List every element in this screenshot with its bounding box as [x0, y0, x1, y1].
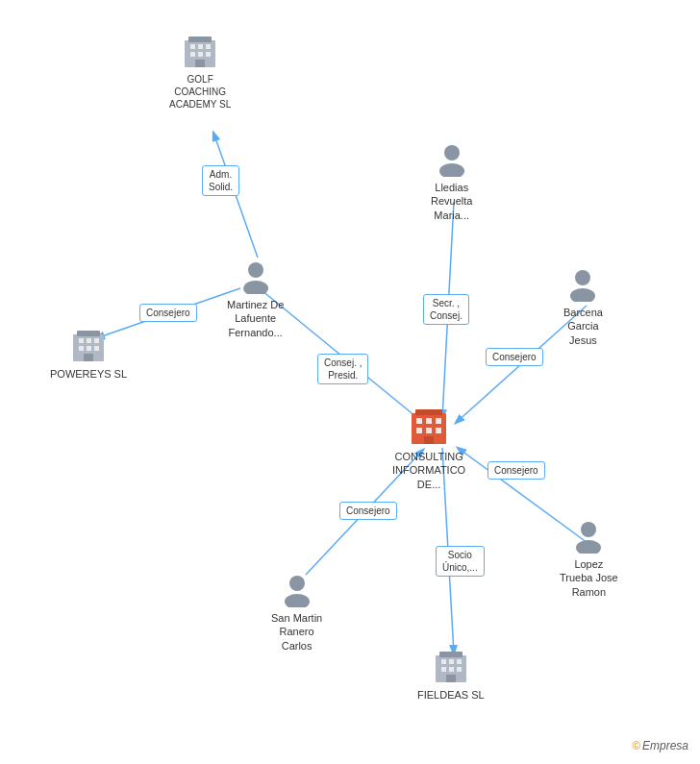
sanmartin-label: San MartinRaneroCarlos: [271, 611, 322, 653]
svg-rect-18: [415, 409, 442, 415]
svg-rect-33: [94, 346, 99, 351]
svg-rect-11: [198, 44, 203, 49]
badge-socio-unico: SocioÚnico,...: [436, 546, 485, 577]
svg-point-49: [570, 288, 595, 302]
svg-point-50: [289, 576, 305, 591]
node-powereys: POWEREYS SL: [50, 325, 127, 381]
node-consulting: CONSULTINGINFORMATICODE...: [392, 404, 465, 491]
svg-rect-14: [198, 52, 203, 57]
lledias-person-icon: [435, 142, 469, 177]
badge-consejero-barcena: Consejero: [486, 348, 543, 366]
node-fieldeas: FIELDEAS SL: [417, 646, 485, 702]
svg-rect-22: [416, 428, 422, 433]
svg-rect-15: [206, 52, 211, 57]
svg-rect-43: [446, 675, 456, 682]
martinez-person-icon: [238, 259, 273, 294]
svg-rect-28: [79, 338, 84, 343]
svg-rect-16: [195, 60, 205, 67]
svg-point-51: [285, 594, 310, 607]
building-grey-icon: [181, 31, 219, 69]
svg-rect-25: [424, 436, 434, 444]
consej-presid-badge-label: Consej. ,Presid.: [317, 354, 368, 384]
copyright-symbol: ©: [632, 739, 640, 752]
martinez-label: Martinez DeLafuenteFernando...: [227, 298, 284, 339]
svg-rect-21: [436, 418, 441, 424]
watermark: © Empresa: [632, 739, 688, 752]
badge-consejero-powereys: Consejero: [139, 304, 197, 322]
svg-rect-31: [79, 346, 84, 351]
lledias-label: LlediasRevueltaMaria...: [431, 181, 472, 222]
node-lledias: LlediasRevueltaMaria...: [431, 142, 472, 222]
fieldeas-label: FIELDEAS SL: [417, 688, 485, 702]
lopez-person-icon: [571, 519, 606, 554]
building-main-icon: [408, 404, 450, 446]
node-golf-academy: GOLFCOACHINGACADEMY SL: [169, 31, 231, 111]
secr-consej-badge-label: Secr. ,Consej.: [423, 294, 469, 325]
svg-rect-24: [436, 428, 441, 433]
svg-rect-32: [87, 346, 91, 351]
svg-point-53: [576, 540, 601, 554]
sanmartin-person-icon: [280, 573, 314, 607]
barcena-person-icon: [565, 267, 600, 302]
svg-rect-9: [188, 37, 212, 42]
badge-adm-solid: Adm.Solid.: [202, 165, 239, 196]
svg-rect-37: [441, 659, 446, 664]
svg-point-47: [439, 163, 464, 177]
consejero-sanmartin-badge-label: Consejero: [339, 502, 397, 520]
svg-point-45: [243, 281, 268, 294]
svg-rect-42: [457, 667, 462, 672]
powereys-label: POWEREYS SL: [50, 367, 127, 381]
svg-rect-34: [84, 354, 93, 361]
adm-solid-badge-label: Adm.Solid.: [202, 165, 239, 196]
svg-rect-36: [439, 652, 462, 657]
svg-point-46: [444, 145, 460, 160]
socio-unico-badge-label: SocioÚnico,...: [436, 546, 485, 577]
svg-rect-29: [87, 338, 91, 343]
badge-secr-consej: Secr. ,Consej.: [423, 294, 469, 325]
svg-rect-39: [457, 659, 462, 664]
node-sanmartin: San MartinRaneroCarlos: [271, 573, 322, 653]
svg-rect-10: [190, 44, 195, 49]
node-barcena: BarcenaGarciaJesus: [563, 267, 603, 347]
svg-rect-23: [426, 428, 432, 433]
badge-consej-presid: Consej. ,Presid.: [317, 354, 368, 384]
brand-name: Empresa: [642, 739, 688, 752]
svg-point-48: [575, 270, 590, 285]
svg-rect-38: [449, 659, 454, 664]
svg-rect-20: [426, 418, 432, 424]
golf-academy-label: GOLFCOACHINGACADEMY SL: [169, 73, 231, 111]
badge-consejero-consulting: Consejero: [488, 461, 545, 480]
consejero-powereys-badge-label: Consejero: [139, 304, 197, 322]
svg-point-44: [248, 262, 263, 278]
barcena-label: BarcenaGarciaJesus: [563, 306, 603, 347]
svg-rect-30: [94, 338, 99, 343]
badge-consejero-sanmartin: Consejero: [339, 502, 397, 520]
svg-rect-19: [416, 418, 422, 424]
node-martinez: Martinez DeLafuenteFernando...: [227, 259, 284, 339]
powereys-building-icon: [69, 325, 108, 363]
svg-rect-27: [77, 331, 100, 336]
svg-point-52: [581, 522, 596, 537]
svg-rect-13: [190, 52, 195, 57]
svg-rect-41: [449, 667, 454, 672]
fieldeas-building-icon: [432, 646, 470, 684]
lopez-label: LopezTrueba JoseRamon: [560, 557, 618, 599]
consejero-barcena-badge-label: Consejero: [486, 348, 543, 366]
consejero-consulting-badge-label: Consejero: [488, 461, 545, 480]
diagram-canvas: GOLFCOACHINGACADEMY SL CONSULTINGINFORMA…: [0, 0, 700, 764]
node-lopez: LopezTrueba JoseRamon: [560, 519, 618, 599]
consulting-label: CONSULTINGINFORMATICODE...: [392, 450, 465, 491]
svg-rect-40: [441, 667, 446, 672]
svg-rect-12: [206, 44, 211, 49]
